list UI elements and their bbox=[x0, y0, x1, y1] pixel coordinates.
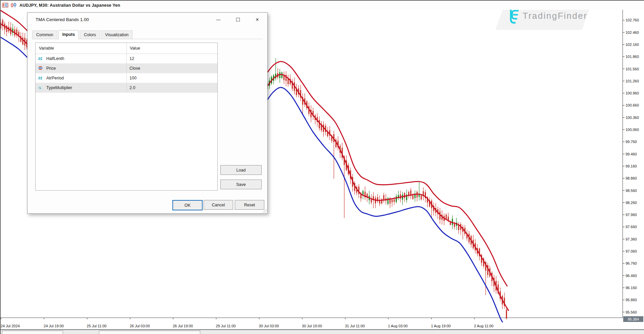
maximize-icon bbox=[236, 18, 240, 21]
parameters-table: Variable Value 01HalfLenth12PriceClose01… bbox=[35, 43, 218, 191]
bottom-panel-strip bbox=[0, 329, 644, 334]
price-label: 97.660 bbox=[626, 225, 637, 229]
center-band-line bbox=[265, 74, 508, 310]
param-name: AtrPeriod bbox=[46, 76, 123, 80]
time-label: 24 Jul 2024 bbox=[1, 324, 20, 328]
dialog-title: TMA Centered Bands 1.00 bbox=[36, 17, 89, 22]
resize-grip[interactable] bbox=[263, 209, 266, 212]
time-label: 26 Jul 03:00 bbox=[130, 324, 150, 328]
header-value: Value bbox=[130, 46, 140, 51]
logo-text: TradingFinder bbox=[523, 11, 587, 21]
table-row[interactable]: ½TypeMultiplier2.0 bbox=[36, 83, 217, 93]
minimize-button[interactable]: — bbox=[213, 16, 223, 23]
price-label: 98.560 bbox=[626, 189, 637, 193]
window-titlebar: AUDJPY, M30: Australian Dollar vs Japane… bbox=[0, 0, 644, 10]
header-variable: Variable bbox=[39, 46, 54, 51]
bottom-panel-tab[interactable] bbox=[99, 331, 200, 334]
params-table-body: 01HalfLenth12PriceClose01AtrPeriod100½Ty… bbox=[36, 54, 217, 93]
numeric-type-icon: 01 bbox=[38, 76, 46, 80]
window-title: AUDJPY, M30: Australian Dollar vs Japane… bbox=[19, 3, 120, 8]
price-label: 100.060 bbox=[626, 128, 639, 132]
load-button[interactable]: Load bbox=[220, 165, 262, 175]
tab-inputs[interactable]: Inputs bbox=[58, 30, 79, 39]
param-value[interactable]: 2.0 bbox=[129, 85, 135, 90]
save-button[interactable]: Save bbox=[220, 180, 262, 189]
tab-common[interactable]: Common bbox=[32, 30, 57, 39]
price-label: 99.760 bbox=[626, 140, 637, 144]
price-label: 96.760 bbox=[626, 261, 637, 265]
time-label: 1 Aug 03:00 bbox=[388, 324, 408, 328]
numeric-type-icon: 01 bbox=[38, 57, 46, 61]
price-label: 98.260 bbox=[626, 201, 637, 205]
price-label: 96.160 bbox=[626, 286, 637, 290]
price-label: 99.160 bbox=[626, 164, 637, 168]
bottom-panel-tab[interactable] bbox=[2, 331, 63, 334]
price-label: 95.560 bbox=[626, 310, 637, 314]
main-chart-series bbox=[265, 58, 508, 322]
param-value[interactable]: 100 bbox=[129, 76, 137, 80]
table-row[interactable]: PriceClose bbox=[36, 64, 217, 73]
time-label: 2 Aug 11:00 bbox=[474, 324, 493, 328]
price-label: 101.860 bbox=[626, 55, 639, 59]
price-label: 97.060 bbox=[626, 249, 637, 253]
price-label: 100.960 bbox=[626, 91, 639, 95]
cancel-button[interactable]: Cancel bbox=[204, 200, 233, 210]
current-price-tag: 95.384 bbox=[623, 316, 643, 322]
time-label: 24 Jul 19:00 bbox=[44, 324, 64, 328]
param-name: Price bbox=[46, 66, 123, 71]
table-header: Variable Value bbox=[36, 43, 217, 54]
indicator-settings-dialog: TMA Centered Bands 1.00 — ✕ CommonInputs… bbox=[27, 12, 268, 214]
tab-colors[interactable]: Colors bbox=[80, 30, 100, 39]
price-type-icon bbox=[38, 66, 46, 71]
price-label: 102.460 bbox=[626, 30, 639, 35]
left-chart-segment bbox=[0, 8, 30, 60]
dialog-tabs: CommonInputsColorsVisualization bbox=[32, 30, 263, 39]
ok-button[interactable]: OK bbox=[172, 200, 203, 210]
price-label: 99.460 bbox=[626, 152, 637, 156]
time-label: 30 Jul 03:00 bbox=[259, 324, 279, 328]
param-name: TypeMultiplier bbox=[46, 85, 123, 90]
price-label: 97.960 bbox=[626, 213, 637, 217]
table-row[interactable]: 01HalfLenth12 bbox=[36, 54, 217, 64]
candles-icon bbox=[10, 3, 17, 8]
maximize-button[interactable] bbox=[233, 16, 243, 23]
price-label: 101.260 bbox=[626, 79, 639, 83]
price-label: 102.760 bbox=[626, 18, 639, 22]
price-label: 98.860 bbox=[626, 176, 637, 180]
price-label: 96.460 bbox=[626, 274, 637, 278]
lower-band-line bbox=[265, 87, 502, 322]
time-label: 31 Jul 11:00 bbox=[345, 324, 365, 328]
param-value[interactable]: 12 bbox=[129, 56, 134, 61]
time-label: 26 Jul 19:00 bbox=[173, 324, 193, 328]
time-label: 1 Aug 19:00 bbox=[431, 324, 451, 328]
param-value[interactable]: Close bbox=[129, 66, 140, 71]
table-row[interactable]: 01AtrPeriod100 bbox=[36, 73, 217, 83]
tab-visualization[interactable]: Visualization bbox=[101, 30, 132, 39]
upper-band-line bbox=[265, 62, 507, 286]
reset-button[interactable]: Reset bbox=[235, 200, 264, 210]
param-name: HalfLenth bbox=[46, 56, 123, 61]
fraction-type-icon: ½ bbox=[38, 86, 46, 90]
price-label: 100.360 bbox=[626, 116, 639, 120]
time-label: 30 Jul 19:00 bbox=[302, 324, 322, 328]
chart-list-icon bbox=[2, 3, 8, 8]
price-axis-labels: 103.060102.760102.460102.160101.860101.5… bbox=[623, 6, 639, 314]
time-label: 25 Jul 11:00 bbox=[87, 324, 107, 328]
close-button[interactable]: ✕ bbox=[252, 16, 262, 23]
time-axis-labels: 24 Jul 202424 Jul 19:0025 Jul 11:0026 Ju… bbox=[1, 318, 493, 328]
price-label: 101.560 bbox=[626, 67, 639, 71]
price-label: 100.660 bbox=[626, 103, 639, 107]
price-label: 95.860 bbox=[626, 298, 637, 302]
time-label: 29 Jul 11:00 bbox=[216, 324, 236, 328]
price-label: 97.360 bbox=[626, 237, 637, 241]
window-left-border bbox=[0, 0, 1, 334]
price-label: 102.160 bbox=[626, 43, 639, 47]
column-divider bbox=[126, 43, 127, 54]
